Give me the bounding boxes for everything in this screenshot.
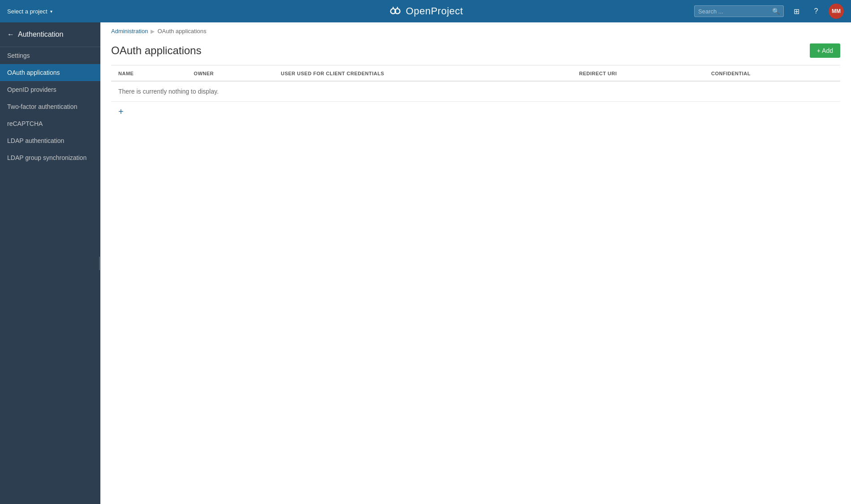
- sidebar-item-openid-providers[interactable]: OpenID providers: [0, 81, 100, 98]
- add-button[interactable]: + Add: [810, 43, 840, 58]
- page-title: OAuth applications: [111, 44, 201, 57]
- breadcrumb-administration[interactable]: Administration: [111, 28, 148, 34]
- sidebar-item-ldap-group-sync[interactable]: LDAP group synchronization: [0, 149, 100, 166]
- col-header-confidential: CONFIDENTIAL: [704, 65, 840, 82]
- chevron-down-icon: ▾: [50, 9, 52, 14]
- content-area: Administration ▶ OAuth applications OAut…: [100, 22, 851, 504]
- openproject-logo-icon: [388, 4, 402, 18]
- top-navigation: Select a project ▾ OpenProject 🔍 ⊞ ? MM: [0, 0, 851, 22]
- search-box[interactable]: 🔍: [694, 5, 784, 17]
- app-name: OpenProject: [406, 5, 463, 17]
- inline-add-button[interactable]: +: [118, 107, 124, 116]
- help-icon: ?: [814, 7, 818, 15]
- help-button[interactable]: ?: [809, 4, 823, 18]
- col-header-redirect-uri: REDIRECT URI: [572, 65, 704, 82]
- sidebar-item-settings[interactable]: Settings: [0, 47, 100, 64]
- sidebar-item-recaptcha[interactable]: reCAPTCHA: [0, 115, 100, 132]
- table-empty-row: There is currently nothing to display.: [111, 81, 840, 102]
- table-body: There is currently nothing to display. +: [111, 81, 840, 121]
- sidebar-item-two-factor-auth[interactable]: Two-factor authentication: [0, 98, 100, 115]
- breadcrumb-current: OAuth applications: [157, 28, 206, 34]
- main-layout: ← Authentication Settings OAuth applicat…: [0, 22, 851, 504]
- sidebar-title: Authentication: [18, 30, 63, 39]
- grid-icon: ⊞: [794, 7, 799, 16]
- app-logo: OpenProject: [388, 4, 463, 18]
- sidebar: ← Authentication Settings OAuth applicat…: [0, 22, 100, 504]
- oauth-applications-table: NAME OWNER USER USED FOR CLIENT CREDENTI…: [111, 65, 840, 121]
- empty-message: There is currently nothing to display.: [111, 81, 840, 102]
- sidebar-item-ldap-authentication[interactable]: LDAP authentication: [0, 132, 100, 149]
- sidebar-resize-handle[interactable]: [99, 22, 100, 504]
- search-input[interactable]: [698, 8, 769, 15]
- page-header: OAuth applications + Add: [100, 40, 851, 65]
- search-icon[interactable]: 🔍: [772, 8, 780, 15]
- table-container: NAME OWNER USER USED FOR CLIENT CREDENTI…: [100, 65, 851, 121]
- col-header-name: NAME: [111, 65, 186, 82]
- grid-menu-button[interactable]: ⊞: [789, 4, 803, 18]
- col-header-owner: OWNER: [186, 65, 273, 82]
- table-header: NAME OWNER USER USED FOR CLIENT CREDENTI…: [111, 65, 840, 82]
- breadcrumb: Administration ▶ OAuth applications: [100, 22, 851, 40]
- back-icon[interactable]: ←: [7, 30, 14, 39]
- sidebar-header: ← Authentication: [0, 22, 100, 47]
- col-header-user-used: USER USED FOR CLIENT CREDENTIALS: [274, 65, 572, 82]
- sidebar-item-oauth-applications[interactable]: OAuth applications: [0, 64, 100, 81]
- top-nav-right: 🔍 ⊞ ? MM: [694, 4, 844, 19]
- select-project-button[interactable]: Select a project ▾: [7, 8, 52, 15]
- breadcrumb-separator: ▶: [151, 28, 155, 34]
- table-add-row: +: [111, 102, 840, 122]
- user-avatar[interactable]: MM: [829, 4, 844, 19]
- select-project-label: Select a project: [7, 8, 48, 15]
